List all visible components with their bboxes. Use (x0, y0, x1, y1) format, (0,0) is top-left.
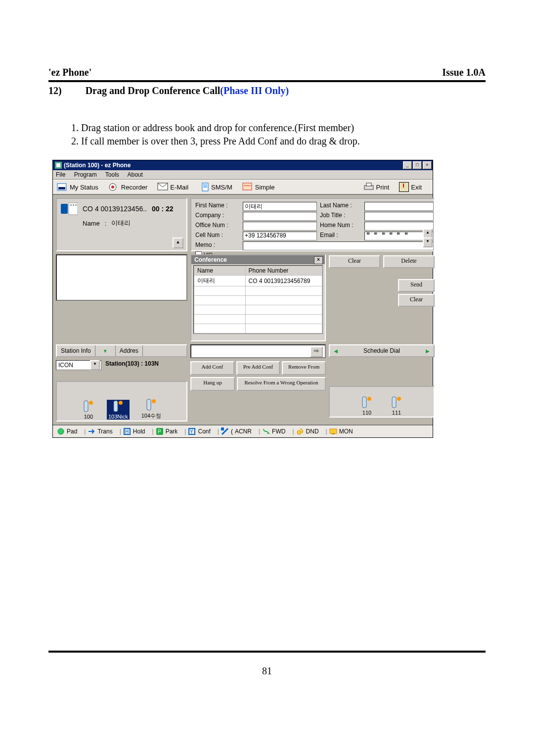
hold-button[interactable]: H Hold (123, 427, 145, 435)
svg-rect-24 (362, 397, 366, 408)
mon-button[interactable]: MON (329, 427, 353, 435)
send-button[interactable]: Send (398, 279, 435, 292)
app-window: (Station 100) - ez Phone _ □ × File Prog… (52, 160, 433, 438)
schedule-icon-110[interactable]: 110 (360, 396, 373, 416)
station-icon-100[interactable]: 100 (82, 400, 95, 420)
schedule-prev-icon[interactable]: ▶ (334, 348, 338, 354)
cell-num-label: Cell Num : (195, 232, 240, 240)
recorder-button[interactable]: Recorder (108, 183, 147, 191)
scroll-up-button[interactable]: ▲ (173, 237, 183, 248)
email-label: Email : (320, 232, 361, 240)
schedule-icon-111[interactable]: 111 (390, 396, 403, 416)
pad-button[interactable]: Pad (57, 427, 77, 435)
conference-panel: Conference × Name Phone Number 이태리 CO 4 … (190, 254, 326, 341)
next-arrow-button[interactable]: ⇨ (310, 346, 323, 357)
conf-col-name: Name (194, 266, 246, 276)
call-timer: 00 : 22 (152, 205, 174, 213)
menu-bar[interactable]: File Program Tools About (53, 170, 433, 180)
email-button[interactable]: E-Mail (157, 183, 188, 191)
menu-program[interactable]: Program (74, 171, 97, 178)
table-row[interactable] (194, 296, 322, 305)
station-icon-103[interactable]: 103Nick (107, 400, 130, 420)
contact-command-column: Clear Delete Send Clear (329, 254, 435, 341)
my-status-button[interactable]: My Status (57, 183, 98, 191)
remove-from-button[interactable]: Remove From (282, 361, 326, 375)
clear2-button[interactable]: Clear (398, 294, 435, 307)
conference-member-list[interactable]: Name Phone Number 이태리 CO 4 0013912345678… (193, 265, 323, 334)
svg-rect-20 (114, 401, 118, 412)
add-conf-button[interactable]: Add Conf (190, 361, 234, 375)
app-icon (55, 162, 62, 169)
svg-point-23 (152, 399, 156, 403)
tab-address-book[interactable]: Addres (116, 345, 143, 356)
memo-label: Memo : (195, 241, 240, 250)
svg-point-28 (58, 428, 64, 434)
hang-up-button[interactable]: Hang up (190, 377, 235, 391)
blank-panel (56, 254, 187, 301)
table-row[interactable] (194, 315, 322, 324)
memo-scroll-up[interactable]: ▲ (423, 229, 433, 238)
menu-file[interactable]: File (56, 171, 65, 178)
last-name-label: Last Name : (320, 202, 361, 211)
resolve-button[interactable]: Resolve From a Wrong Operation (237, 377, 326, 391)
station-icons-area[interactable]: 100 103Nick 104수정 (56, 381, 187, 422)
page-number: 81 (48, 665, 486, 677)
company-field[interactable] (243, 212, 317, 221)
last-name-field[interactable] (364, 202, 434, 211)
station-view-combo[interactable]: ICON▼ (56, 360, 101, 370)
title-bar[interactable]: (Station 100) - ez Phone _ □ × (53, 160, 433, 170)
hold-icon: H (123, 427, 131, 435)
schedule-dial-panel: ▶ Schedule Dial ▶ 110 111 (329, 344, 435, 422)
main-toolbar: My Status Recorder E-Mail SMS/M (53, 180, 433, 195)
table-row[interactable] (194, 286, 322, 296)
conference-controls: ⇨ Add Conf Pre Add Conf Remove From Hang… (190, 344, 326, 422)
close-button[interactable]: × (423, 161, 432, 169)
menu-tools[interactable]: Tools (105, 171, 119, 178)
contact-detail-panel: First Name : 이태리 Last Name : Company : J… (190, 198, 435, 251)
minimize-button[interactable]: _ (403, 161, 412, 169)
maximize-button[interactable]: □ (413, 161, 422, 169)
conference-close-button[interactable]: × (314, 256, 323, 264)
pre-add-conf-button[interactable]: Pre Add Conf (236, 361, 280, 375)
conf-button[interactable]: Y Conf (188, 427, 210, 435)
schedule-icons-area[interactable]: 110 111 (329, 386, 435, 418)
svg-point-19 (89, 401, 93, 405)
call-status-icon (61, 202, 78, 216)
tab-station-info[interactable]: Station Info (57, 345, 95, 356)
park-button[interactable]: P Park (156, 427, 178, 435)
tab-collapse-icon[interactable]: ▼ (95, 345, 116, 356)
schedule-next-icon[interactable]: ▶ (426, 348, 430, 354)
station-status-text: Station(103) : 103N (105, 360, 159, 367)
current-call-panel: CO 4 00139123456.. 00 : 22 Name : 이태리 ▲ (56, 198, 187, 251)
call-name-value: 이태리 (111, 219, 131, 228)
print-button[interactable]: Print (363, 183, 390, 191)
job-title-field[interactable] (364, 212, 434, 221)
svg-rect-22 (147, 399, 151, 410)
svg-point-36 (297, 430, 301, 434)
menu-about[interactable]: About (128, 171, 143, 178)
station-icon-104[interactable]: 104수정 (141, 398, 161, 420)
table-row[interactable] (194, 305, 322, 315)
smsm-button[interactable]: SMS/M (198, 183, 232, 191)
memo-scroll-down[interactable]: ▼ (423, 237, 433, 247)
exit-icon (399, 182, 409, 192)
window-title: (Station 100) - ez Phone (64, 162, 131, 169)
table-row[interactable] (194, 324, 322, 333)
station-info-panel: Station Info ▼ Addres ICON▼ Station(103)… (56, 344, 187, 422)
exit-button[interactable]: Exit (399, 182, 422, 192)
trans-button[interactable]: Trans (88, 427, 112, 435)
svg-point-27 (397, 397, 401, 401)
svg-rect-9 (243, 183, 252, 190)
office-num-field[interactable] (243, 222, 317, 231)
fwd-button[interactable]: FWD (262, 427, 285, 435)
simple-button[interactable]: Simple (242, 183, 275, 191)
status-bar: Pad | Trans | H Hold | P Park | Y Conf |… (53, 425, 433, 437)
conference-drop-target[interactable]: ⇨ (190, 344, 326, 358)
memo-field[interactable] (243, 241, 434, 250)
acnr-button[interactable]: (ACNR (221, 427, 252, 435)
cell-num-field[interactable]: +39 123456789 (243, 232, 317, 240)
dnd-button[interactable]: DND (296, 427, 319, 435)
dnd-icon (296, 427, 304, 435)
first-name-field[interactable]: 이태리 (243, 202, 317, 211)
table-row[interactable]: 이태리 CO 4 00139123456789 (194, 276, 322, 286)
